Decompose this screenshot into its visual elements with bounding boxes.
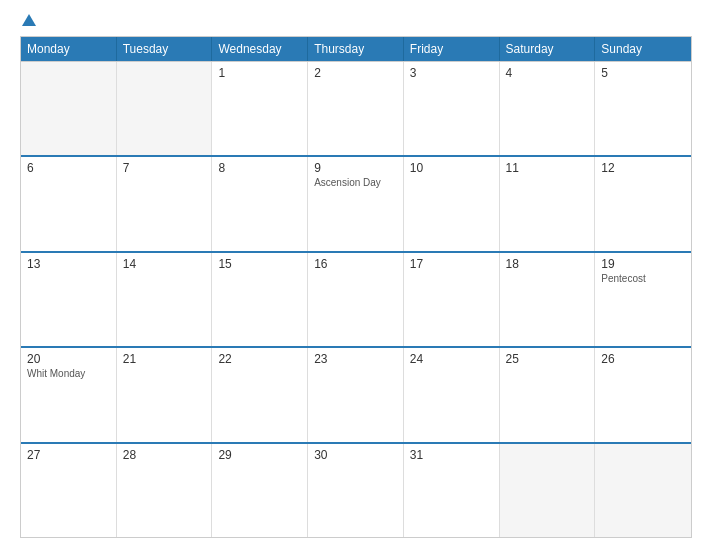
calendar-cell: 7 <box>117 157 213 250</box>
cell-number: 4 <box>506 66 589 80</box>
day-header-wednesday: Wednesday <box>212 37 308 61</box>
cell-number: 25 <box>506 352 589 366</box>
cell-number: 12 <box>601 161 685 175</box>
calendar-cell: 16 <box>308 253 404 346</box>
cell-number: 17 <box>410 257 493 271</box>
page-header <box>20 18 692 26</box>
cell-number: 5 <box>601 66 685 80</box>
calendar-cell: 2 <box>308 62 404 155</box>
calendar-cell <box>21 62 117 155</box>
cell-number: 26 <box>601 352 685 366</box>
calendar-cell: 17 <box>404 253 500 346</box>
cell-number: 18 <box>506 257 589 271</box>
cell-number: 6 <box>27 161 110 175</box>
weeks-container: 123456789Ascension Day101112131415161718… <box>21 61 691 537</box>
cell-number: 23 <box>314 352 397 366</box>
calendar-cell: 11 <box>500 157 596 250</box>
cell-number: 9 <box>314 161 397 175</box>
day-header-saturday: Saturday <box>500 37 596 61</box>
cell-number: 14 <box>123 257 206 271</box>
calendar-cell: 10 <box>404 157 500 250</box>
day-header-friday: Friday <box>404 37 500 61</box>
calendar-cell: 19Pentecost <box>595 253 691 346</box>
calendar-cell <box>595 444 691 537</box>
day-header-monday: Monday <box>21 37 117 61</box>
calendar-cell: 20Whit Monday <box>21 348 117 441</box>
cell-number: 13 <box>27 257 110 271</box>
cell-number: 22 <box>218 352 301 366</box>
cell-number: 21 <box>123 352 206 366</box>
calendar-cell: 27 <box>21 444 117 537</box>
day-header-tuesday: Tuesday <box>117 37 213 61</box>
cell-number: 16 <box>314 257 397 271</box>
calendar-cell: 30 <box>308 444 404 537</box>
calendar-cell: 15 <box>212 253 308 346</box>
calendar-cell: 13 <box>21 253 117 346</box>
week-row-5: 2728293031 <box>21 442 691 537</box>
calendar-cell: 5 <box>595 62 691 155</box>
calendar-cell: 31 <box>404 444 500 537</box>
logo-line1 <box>20 18 36 26</box>
cell-number: 20 <box>27 352 110 366</box>
days-header: MondayTuesdayWednesdayThursdayFridaySatu… <box>21 37 691 61</box>
cell-number: 3 <box>410 66 493 80</box>
cell-number: 30 <box>314 448 397 462</box>
cell-number: 28 <box>123 448 206 462</box>
cell-number: 29 <box>218 448 301 462</box>
week-row-3: 13141516171819Pentecost <box>21 251 691 346</box>
cell-number: 27 <box>27 448 110 462</box>
cell-event: Pentecost <box>601 273 685 284</box>
calendar-cell: 8 <box>212 157 308 250</box>
calendar-cell <box>500 444 596 537</box>
calendar-cell: 6 <box>21 157 117 250</box>
calendar-cell: 23 <box>308 348 404 441</box>
calendar-cell: 24 <box>404 348 500 441</box>
calendar-cell: 9Ascension Day <box>308 157 404 250</box>
cell-number: 24 <box>410 352 493 366</box>
cell-event: Whit Monday <box>27 368 110 379</box>
calendar-page: MondayTuesdayWednesdayThursdayFridaySatu… <box>0 0 712 550</box>
cell-number: 1 <box>218 66 301 80</box>
cell-number: 8 <box>218 161 301 175</box>
day-header-thursday: Thursday <box>308 37 404 61</box>
calendar-cell: 21 <box>117 348 213 441</box>
calendar-cell: 1 <box>212 62 308 155</box>
calendar-cell: 18 <box>500 253 596 346</box>
calendar-cell: 14 <box>117 253 213 346</box>
day-header-sunday: Sunday <box>595 37 691 61</box>
logo <box>20 18 36 26</box>
calendar-cell: 12 <box>595 157 691 250</box>
week-row-4: 20Whit Monday212223242526 <box>21 346 691 441</box>
cell-number: 31 <box>410 448 493 462</box>
week-row-2: 6789Ascension Day101112 <box>21 155 691 250</box>
calendar-cell <box>117 62 213 155</box>
week-row-1: 12345 <box>21 61 691 155</box>
calendar-cell: 25 <box>500 348 596 441</box>
calendar-cell: 3 <box>404 62 500 155</box>
calendar-cell: 4 <box>500 62 596 155</box>
cell-number: 10 <box>410 161 493 175</box>
logo-block <box>20 18 36 26</box>
calendar-grid: MondayTuesdayWednesdayThursdayFridaySatu… <box>20 36 692 538</box>
cell-number: 2 <box>314 66 397 80</box>
logo-triangle-icon <box>22 14 36 26</box>
cell-event: Ascension Day <box>314 177 397 188</box>
calendar-cell: 26 <box>595 348 691 441</box>
cell-number: 7 <box>123 161 206 175</box>
cell-number: 11 <box>506 161 589 175</box>
calendar-cell: 22 <box>212 348 308 441</box>
calendar-cell: 28 <box>117 444 213 537</box>
cell-number: 15 <box>218 257 301 271</box>
cell-number: 19 <box>601 257 685 271</box>
calendar-cell: 29 <box>212 444 308 537</box>
